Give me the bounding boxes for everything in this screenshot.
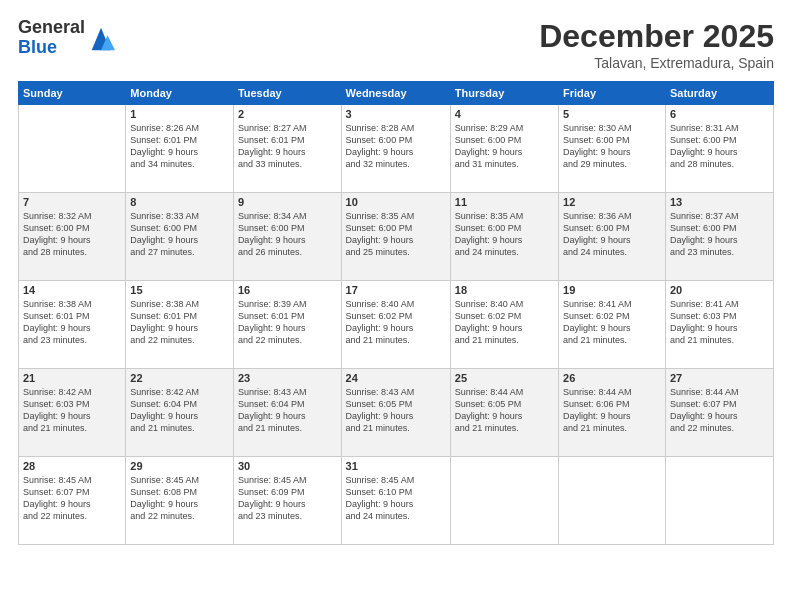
calendar-cell: 25Sunrise: 8:44 AM Sunset: 6:05 PM Dayli… [450,369,558,457]
calendar-cell: 6Sunrise: 8:31 AM Sunset: 6:00 PM Daylig… [665,105,773,193]
day-info: Sunrise: 8:32 AM Sunset: 6:00 PM Dayligh… [23,210,121,259]
calendar-week-4: 21Sunrise: 8:42 AM Sunset: 6:03 PM Dayli… [19,369,774,457]
calendar-cell: 3Sunrise: 8:28 AM Sunset: 6:00 PM Daylig… [341,105,450,193]
day-number: 15 [130,284,229,296]
title-area: December 2025 Talavan, Extremadura, Spai… [539,18,774,71]
day-info: Sunrise: 8:43 AM Sunset: 6:05 PM Dayligh… [346,386,446,435]
day-number: 21 [23,372,121,384]
calendar-cell: 13Sunrise: 8:37 AM Sunset: 6:00 PM Dayli… [665,193,773,281]
day-number: 4 [455,108,554,120]
day-number: 6 [670,108,769,120]
day-number: 2 [238,108,337,120]
day-number: 9 [238,196,337,208]
subtitle: Talavan, Extremadura, Spain [539,55,774,71]
calendar-week-3: 14Sunrise: 8:38 AM Sunset: 6:01 PM Dayli… [19,281,774,369]
calendar-cell: 18Sunrise: 8:40 AM Sunset: 6:02 PM Dayli… [450,281,558,369]
day-number: 23 [238,372,337,384]
calendar-cell: 27Sunrise: 8:44 AM Sunset: 6:07 PM Dayli… [665,369,773,457]
day-number: 17 [346,284,446,296]
day-info: Sunrise: 8:45 AM Sunset: 6:07 PM Dayligh… [23,474,121,523]
header-row: Sunday Monday Tuesday Wednesday Thursday… [19,82,774,105]
calendar-cell: 10Sunrise: 8:35 AM Sunset: 6:00 PM Dayli… [341,193,450,281]
col-wednesday: Wednesday [341,82,450,105]
calendar-cell: 14Sunrise: 8:38 AM Sunset: 6:01 PM Dayli… [19,281,126,369]
day-number: 13 [670,196,769,208]
logo-general: General [18,18,85,38]
calendar-cell: 7Sunrise: 8:32 AM Sunset: 6:00 PM Daylig… [19,193,126,281]
day-info: Sunrise: 8:40 AM Sunset: 6:02 PM Dayligh… [346,298,446,347]
day-number: 11 [455,196,554,208]
day-number: 3 [346,108,446,120]
col-thursday: Thursday [450,82,558,105]
calendar-cell: 24Sunrise: 8:43 AM Sunset: 6:05 PM Dayli… [341,369,450,457]
day-info: Sunrise: 8:38 AM Sunset: 6:01 PM Dayligh… [23,298,121,347]
day-number: 1 [130,108,229,120]
calendar-cell: 9Sunrise: 8:34 AM Sunset: 6:00 PM Daylig… [233,193,341,281]
calendar-week-2: 7Sunrise: 8:32 AM Sunset: 6:00 PM Daylig… [19,193,774,281]
calendar-cell: 4Sunrise: 8:29 AM Sunset: 6:00 PM Daylig… [450,105,558,193]
day-info: Sunrise: 8:33 AM Sunset: 6:00 PM Dayligh… [130,210,229,259]
day-number: 28 [23,460,121,472]
day-info: Sunrise: 8:35 AM Sunset: 6:00 PM Dayligh… [346,210,446,259]
day-number: 26 [563,372,661,384]
day-info: Sunrise: 8:41 AM Sunset: 6:02 PM Dayligh… [563,298,661,347]
calendar-week-5: 28Sunrise: 8:45 AM Sunset: 6:07 PM Dayli… [19,457,774,545]
calendar-cell [19,105,126,193]
col-friday: Friday [559,82,666,105]
day-number: 31 [346,460,446,472]
calendar-cell: 30Sunrise: 8:45 AM Sunset: 6:09 PM Dayli… [233,457,341,545]
day-number: 12 [563,196,661,208]
day-number: 20 [670,284,769,296]
col-saturday: Saturday [665,82,773,105]
calendar-cell: 5Sunrise: 8:30 AM Sunset: 6:00 PM Daylig… [559,105,666,193]
day-number: 5 [563,108,661,120]
day-info: Sunrise: 8:30 AM Sunset: 6:00 PM Dayligh… [563,122,661,171]
calendar-header: Sunday Monday Tuesday Wednesday Thursday… [19,82,774,105]
col-monday: Monday [126,82,234,105]
day-number: 18 [455,284,554,296]
calendar-cell: 2Sunrise: 8:27 AM Sunset: 6:01 PM Daylig… [233,105,341,193]
day-info: Sunrise: 8:42 AM Sunset: 6:03 PM Dayligh… [23,386,121,435]
calendar-cell: 8Sunrise: 8:33 AM Sunset: 6:00 PM Daylig… [126,193,234,281]
calendar-cell [450,457,558,545]
page: General Blue December 2025 Talavan, Extr… [0,0,792,612]
day-info: Sunrise: 8:37 AM Sunset: 6:00 PM Dayligh… [670,210,769,259]
calendar-cell [665,457,773,545]
day-number: 7 [23,196,121,208]
day-number: 10 [346,196,446,208]
day-number: 30 [238,460,337,472]
day-info: Sunrise: 8:36 AM Sunset: 6:00 PM Dayligh… [563,210,661,259]
day-info: Sunrise: 8:35 AM Sunset: 6:00 PM Dayligh… [455,210,554,259]
day-info: Sunrise: 8:28 AM Sunset: 6:00 PM Dayligh… [346,122,446,171]
day-number: 29 [130,460,229,472]
calendar-cell: 1Sunrise: 8:26 AM Sunset: 6:01 PM Daylig… [126,105,234,193]
day-info: Sunrise: 8:40 AM Sunset: 6:02 PM Dayligh… [455,298,554,347]
day-number: 19 [563,284,661,296]
day-info: Sunrise: 8:44 AM Sunset: 6:07 PM Dayligh… [670,386,769,435]
day-info: Sunrise: 8:43 AM Sunset: 6:04 PM Dayligh… [238,386,337,435]
logo-blue: Blue [18,38,85,58]
day-info: Sunrise: 8:45 AM Sunset: 6:09 PM Dayligh… [238,474,337,523]
day-info: Sunrise: 8:39 AM Sunset: 6:01 PM Dayligh… [238,298,337,347]
day-info: Sunrise: 8:45 AM Sunset: 6:10 PM Dayligh… [346,474,446,523]
day-info: Sunrise: 8:31 AM Sunset: 6:00 PM Dayligh… [670,122,769,171]
calendar-cell: 17Sunrise: 8:40 AM Sunset: 6:02 PM Dayli… [341,281,450,369]
day-number: 24 [346,372,446,384]
calendar-cell: 19Sunrise: 8:41 AM Sunset: 6:02 PM Dayli… [559,281,666,369]
calendar-cell: 29Sunrise: 8:45 AM Sunset: 6:08 PM Dayli… [126,457,234,545]
day-info: Sunrise: 8:26 AM Sunset: 6:01 PM Dayligh… [130,122,229,171]
day-info: Sunrise: 8:27 AM Sunset: 6:01 PM Dayligh… [238,122,337,171]
calendar-table: Sunday Monday Tuesday Wednesday Thursday… [18,81,774,545]
calendar-cell [559,457,666,545]
day-number: 25 [455,372,554,384]
col-tuesday: Tuesday [233,82,341,105]
calendar-cell: 28Sunrise: 8:45 AM Sunset: 6:07 PM Dayli… [19,457,126,545]
day-info: Sunrise: 8:44 AM Sunset: 6:06 PM Dayligh… [563,386,661,435]
calendar-cell: 12Sunrise: 8:36 AM Sunset: 6:00 PM Dayli… [559,193,666,281]
calendar-cell: 16Sunrise: 8:39 AM Sunset: 6:01 PM Dayli… [233,281,341,369]
col-sunday: Sunday [19,82,126,105]
day-info: Sunrise: 8:29 AM Sunset: 6:00 PM Dayligh… [455,122,554,171]
day-info: Sunrise: 8:42 AM Sunset: 6:04 PM Dayligh… [130,386,229,435]
day-number: 27 [670,372,769,384]
logo-text: General Blue [18,18,85,58]
